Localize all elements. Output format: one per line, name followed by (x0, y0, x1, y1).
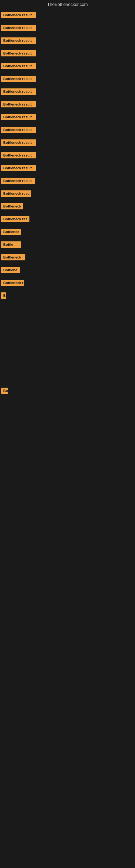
bottleneck-badge[interactable]: Bottlenec (1, 229, 21, 235)
bottleneck-badge[interactable]: Bottleneck result (1, 37, 36, 44)
list-item: Bottleneck result (0, 125, 135, 134)
bottleneck-badge[interactable]: Bottleneck result (1, 12, 36, 18)
list-item: Bottleneck (0, 252, 135, 262)
bottleneck-badge[interactable]: Bottleneck result (1, 140, 36, 146)
list-item: Bottleneck result (0, 49, 135, 58)
list-item: Bottleneck result (0, 87, 135, 96)
bottleneck-badge[interactable]: Bottleneck res (1, 216, 30, 222)
list-item: Bottleneck resu (0, 189, 135, 198)
bottleneck-badge[interactable]: Bottleneck result (1, 114, 36, 120)
list-item: B (0, 291, 135, 300)
bottleneck-badge[interactable]: Bottleneck result (1, 127, 36, 133)
bottleneck-badge[interactable]: B (1, 292, 6, 299)
bottleneck-list: Bottleneck resultBottleneck resultBottle… (0, 9, 135, 500)
list-item: Bottleneck r (0, 278, 135, 287)
list-item: Bottleneck result (0, 74, 135, 84)
bottleneck-badge[interactable]: Bottleneck r (1, 280, 24, 286)
bottleneck-badge[interactable]: Bo (1, 388, 8, 394)
site-title: TheBottlenecker.com (0, 0, 135, 9)
bottleneck-badge[interactable]: Bottleneck (1, 254, 26, 260)
bottleneck-badge[interactable]: Bottleneck result (1, 25, 36, 31)
list-item: Bottleneck result (0, 138, 135, 147)
list-item: Bottle (0, 240, 135, 249)
list-item: Bottleneck result (0, 163, 135, 173)
bottleneck-badge[interactable]: Bottleneck (1, 203, 23, 209)
bottleneck-badge[interactable]: Bottleneck resu (1, 190, 31, 197)
list-item: Bottleneck result (0, 151, 135, 160)
bottleneck-badge[interactable]: Bottleneck result (1, 88, 36, 95)
bottleneck-badge[interactable]: Bottleneck result (1, 50, 36, 56)
list-item: Bottleneck (0, 202, 135, 211)
bottleneck-badge[interactable]: Bottleneck result (1, 165, 36, 171)
list-item: Bottleneck result (0, 112, 135, 122)
list-item (0, 417, 135, 421)
bottleneck-badge[interactable]: Bottleneck result (1, 178, 35, 184)
bottleneck-badge[interactable]: Bottleneck result (1, 76, 36, 82)
bottleneck-badge[interactable]: Bottleneck result (1, 152, 36, 158)
list-item: Bottleneck result (0, 10, 135, 20)
list-item: Bottleneck result (0, 176, 135, 186)
list-item: Bo (0, 386, 135, 396)
list-item (0, 311, 135, 314)
bottleneck-badge[interactable]: Bottleneck result (1, 101, 36, 107)
list-item: Bottlene (0, 265, 135, 275)
list-item (0, 361, 135, 364)
bottleneck-badge[interactable]: Bottleneck result (1, 63, 36, 69)
bottleneck-badge[interactable]: Bottlene (1, 267, 20, 273)
list-item: Bottleneck res (0, 214, 135, 224)
list-item (0, 442, 135, 445)
list-item: Bottlenec (0, 227, 135, 237)
list-item: Bottleneck result (0, 99, 135, 109)
list-item: Bottleneck result (0, 36, 135, 45)
list-item: Bottleneck result (0, 23, 135, 33)
list-item (0, 467, 135, 470)
bottleneck-badge[interactable]: Bottle (1, 241, 21, 248)
list-item (0, 336, 135, 339)
list-item: Bottleneck result (0, 61, 135, 71)
list-item (0, 492, 135, 495)
